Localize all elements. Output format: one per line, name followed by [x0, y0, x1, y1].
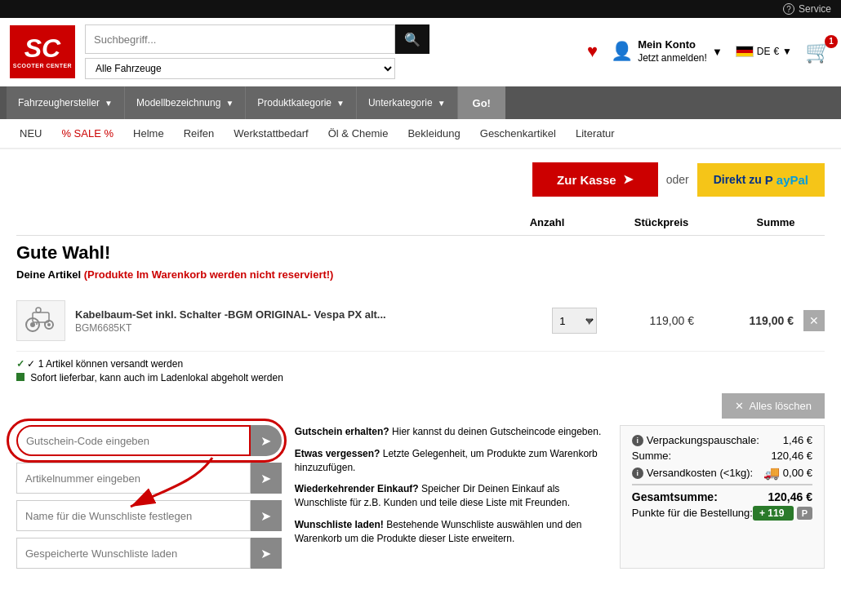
account-text: Mein Konto Jetzt anmelden!: [638, 38, 707, 64]
summary-row-gesamt: Gesamtsumme: 120,46 €: [632, 484, 812, 503]
logo[interactable]: SC SCOOTER CENTER: [10, 25, 75, 78]
chevron-down-icon: ▼: [336, 99, 345, 108]
info-icon-versand: i: [632, 468, 643, 479]
gesamt-value: 120,46 €: [768, 490, 813, 503]
arrow-right-icon: ➤: [260, 433, 271, 449]
avail-line1: ✓ ✓ 1 Artikel können versandt werden: [16, 358, 825, 370]
top-bar: ? Service: [0, 0, 841, 18]
sum-price: 119,00 €: [704, 314, 794, 327]
cart-area[interactable]: 🛒 1: [805, 39, 831, 64]
punkte-badge: + 119: [753, 506, 794, 521]
delivery-icon: 🚚: [763, 465, 780, 481]
wunschliste-name-row: ➤: [16, 500, 282, 531]
points-row: Punkte für die Bestellung: + 119 P: [632, 507, 812, 519]
nav-dropdowns: Fahrzeughersteller ▼ Modellbezeichnung ▼…: [0, 86, 841, 119]
arrow-right-icon: ➤: [260, 508, 271, 524]
wishlist-icon[interactable]: ♥: [587, 41, 598, 62]
language-selector[interactable]: DE € ▼: [736, 46, 792, 57]
wunschliste-name-input[interactable]: [16, 500, 251, 531]
artikelnummer-submit-button[interactable]: ➤: [251, 463, 282, 494]
dropdown-produktkategorie[interactable]: Produktkategorie ▼: [246, 86, 357, 119]
product-row: Kabelbaum-Set inkl. Schalter -BGM ORIGIN…: [16, 290, 825, 352]
account-area[interactable]: 👤 Mein Konto Jetzt anmelden! ▼: [611, 38, 723, 64]
punkte-value-area: + 119 P: [753, 507, 812, 519]
search-icon: 🔍: [404, 32, 420, 47]
arrow-right-icon: ➤: [260, 471, 271, 486]
col-summe: Summe: [727, 216, 825, 228]
content: Zur Kasse ➤ oder Direkt zu PayPal Anzahl…: [0, 149, 841, 582]
lower-section: ➤ ➤ ➤: [16, 425, 825, 569]
account-label: Mein Konto: [638, 38, 707, 52]
summary-row-verpackung: i Verpackungspauschale: 1,46 €: [632, 434, 812, 446]
lang-label: DE: [757, 46, 771, 57]
summe-value: 120,46 €: [771, 450, 812, 462]
checkout-row: Zur Kasse ➤ oder Direkt zu PayPal: [16, 162, 825, 197]
nav-item-helme[interactable]: Helme: [123, 119, 174, 148]
summary-row-summe: Summe: 120,46 €: [632, 450, 812, 462]
versand-value: 0,00 €: [783, 467, 812, 479]
arrow-right-icon: ➤: [623, 172, 634, 187]
info-icon: i: [632, 435, 643, 446]
svg-point-3: [47, 323, 51, 326]
dropdown-unterkategorie[interactable]: Unterkategorie ▼: [357, 86, 458, 119]
verpackung-label: i Verpackungspauschale:: [632, 434, 759, 446]
product-name[interactable]: Kabelbaum-Set inkl. Schalter -BGM ORIGIN…: [75, 308, 542, 321]
nav-item-reifen[interactable]: Reifen: [174, 119, 225, 148]
summe-label: Summe:: [632, 450, 671, 462]
nav-item-sale[interactable]: % SALE %: [51, 119, 123, 148]
dropdown-modellbezeichnung[interactable]: Modellbezeichnung ▼: [125, 86, 246, 119]
nav-item-werkstatt[interactable]: Werkstattbedarf: [224, 119, 318, 148]
dropdown-fahrzeughersteller[interactable]: Fahrzeughersteller ▼: [7, 86, 125, 119]
arrow-right-icon: ➤: [260, 546, 271, 561]
reserviert-note: (Produkte Im Warenkorb werden nicht rese…: [84, 268, 334, 281]
gesamt-label: Gesamtsumme:: [632, 490, 718, 503]
col-stueckpreis: Stückpreis: [612, 216, 710, 228]
header-right: ♥ 👤 Mein Konto Jetzt anmelden! ▼ DE € ▼ …: [587, 38, 831, 64]
flag-icon: [736, 46, 754, 57]
artikelnummer-input[interactable]: [16, 463, 251, 494]
service-help-icon: ?: [783, 3, 794, 15]
alles-loeschen-button[interactable]: ✕ Alles löschen: [722, 393, 825, 419]
search-input[interactable]: [85, 24, 395, 54]
chevron-down-icon: ▼: [225, 99, 234, 108]
nav-item-geschenk[interactable]: Geschenkartikel: [470, 119, 566, 148]
avail-green-bar: [16, 373, 24, 381]
info-block-gutschein: Gutschein erhalten? Hier kannst du deine…: [295, 425, 607, 439]
quantity-area: 1 2 3 ▼: [552, 308, 594, 334]
quantity-select[interactable]: 1 2 3: [552, 308, 597, 334]
artikelnummer-row: ➤: [16, 463, 282, 494]
service-label[interactable]: Service: [799, 3, 831, 15]
summary-row-versand: i Versandkosten (<1kg): 🚚 0,00 €: [632, 465, 812, 481]
nav-item-bekleidung[interactable]: Bekleidung: [398, 119, 469, 148]
versand-value-area: 🚚 0,00 €: [763, 465, 812, 481]
wunschliste-laden-input[interactable]: [16, 538, 251, 569]
nav-item-oel[interactable]: Öl & Chemie: [318, 119, 398, 148]
checkout-button[interactable]: Zur Kasse ➤: [532, 162, 658, 197]
svg-point-1: [30, 322, 35, 327]
x-icon: ✕: [735, 400, 744, 412]
search-button[interactable]: 🔍: [395, 24, 429, 54]
info-block-wiederkehrend: Wiederkehrender Einkauf? Speicher Dir De…: [295, 482, 607, 510]
summary-box: i Verpackungspauschale: 1,46 € Summe: 12…: [620, 425, 825, 569]
gutschein-row: ➤: [16, 425, 282, 456]
go-button[interactable]: Go!: [458, 86, 505, 119]
nav-item-neu[interactable]: NEU: [10, 119, 51, 148]
currency-label: €: [773, 46, 779, 57]
wunschliste-name-button[interactable]: ➤: [251, 500, 282, 531]
info-block-vergessen: Etwas vergessen? Letzte Gelegenheit, um …: [295, 447, 607, 475]
col-anzahl: Anzahl: [498, 216, 596, 228]
header: SC SCOOTER CENTER 🔍 Alle Fahrzeuge ♥ 👤 M…: [0, 18, 841, 86]
cart-badge: 1: [825, 35, 838, 48]
main-nav: NEU % SALE % Helme Reifen Werkstattbedar…: [0, 119, 841, 149]
wunschliste-laden-button[interactable]: ➤: [251, 538, 282, 569]
availability: ✓ ✓ 1 Artikel können versandt werden Sof…: [16, 358, 825, 383]
product-thumbnail-svg: [20, 304, 61, 337]
paypal-label: Direkt zu: [714, 173, 762, 186]
nav-item-literatur[interactable]: Literatur: [566, 119, 625, 148]
oder-label: oder: [666, 173, 689, 186]
vehicle-select[interactable]: Alle Fahrzeuge: [85, 58, 395, 79]
gutschein-input[interactable]: [16, 425, 251, 456]
paypal-button[interactable]: Direkt zu PayPal: [697, 163, 825, 197]
remove-product-button[interactable]: ✕: [803, 310, 825, 331]
gutschein-submit-button[interactable]: ➤: [251, 425, 282, 456]
